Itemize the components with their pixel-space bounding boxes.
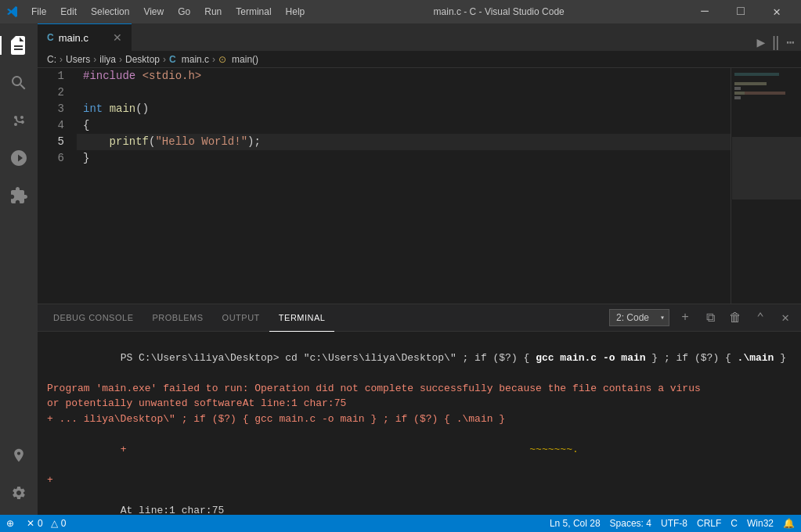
window-title: main.c - C - Visual Studio Code <box>434 6 565 17</box>
error-count: 0 <box>38 518 43 529</box>
minimap-slider[interactable] <box>732 137 801 200</box>
status-bar: ⊕ ✕ 0 △ 0 Ln 5, Col 28 Spaces: 4 UTF-8 C… <box>0 515 801 532</box>
breadcrumb-sep-1: › <box>60 54 63 65</box>
activity-bottom <box>0 437 38 512</box>
close-button[interactable]: ✕ <box>759 0 795 23</box>
warning-icon: △ <box>51 518 58 529</box>
vscode-logo-icon <box>6 5 19 18</box>
breadcrumb-sep-2: › <box>93 54 96 65</box>
terminal-output[interactable]: PS C:\Users\iliya\Desktop> cd "c:\Users\… <box>38 332 801 515</box>
encoding-label: UTF-8 <box>661 518 687 529</box>
maximize-panel-button[interactable]: ⌃ <box>751 308 770 327</box>
encoding-item[interactable]: UTF-8 <box>661 518 687 529</box>
breadcrumb-function[interactable]: main() <box>232 54 258 65</box>
minimap <box>731 68 801 304</box>
maximize-button[interactable]: □ <box>723 0 759 23</box>
activity-bar <box>0 23 38 515</box>
terminal-line-1: PS C:\Users\iliya\Desktop> cd "c:\Users\… <box>47 335 792 381</box>
title-bar: File Edit Selection View Go Run Terminal… <box>0 0 801 23</box>
close-panel-button[interactable]: ✕ <box>776 308 795 327</box>
os-item[interactable]: Win32 <box>747 518 774 529</box>
breadcrumb-filename[interactable]: main.c <box>182 54 209 65</box>
tab-problems[interactable]: PROBLEMS <box>143 304 212 332</box>
breadcrumb-desktop[interactable]: Desktop <box>125 54 160 65</box>
menu-bar: File Edit Selection View Go Run Terminal… <box>25 5 311 19</box>
terminal-line-4: + ... iliya\Desktop\" ; if ($?) { gcc ma… <box>47 412 792 427</box>
minimap-line <box>734 73 779 76</box>
settings-activity-icon[interactable] <box>0 474 38 512</box>
terminal-selector[interactable]: 1: bash 2: Code 3: zsh <box>609 309 669 326</box>
remote-status-item[interactable]: ⊕ <box>6 518 17 529</box>
notification-item[interactable]: 🔔 <box>783 518 795 529</box>
breadcrumb-sep-3: › <box>119 54 122 65</box>
menu-run[interactable]: Run <box>198 5 228 19</box>
menu-help[interactable]: Help <box>280 5 312 19</box>
minimap-line <box>734 92 785 95</box>
code-editor[interactable]: 1 2 3 4 5 6 #include <stdio.h> int main(… <box>38 68 801 304</box>
line-num-1: 1 <box>38 68 70 84</box>
more-actions-button[interactable]: ⋯ <box>786 34 795 51</box>
remote-icon: ⊕ <box>6 518 14 529</box>
tab-debug-console[interactable]: DEBUG CONSOLE <box>44 304 143 332</box>
code-line-5: printf("Hello World!"); <box>77 134 731 150</box>
editor-area: C main.c ✕ ▶ ‖ ⋯ C: › Users › iliya › De… <box>38 23 801 515</box>
status-bar-right: Ln 5, Col 28 Spaces: 4 UTF-8 CRLF C Win3… <box>550 518 795 529</box>
minimap-empty <box>734 77 798 81</box>
run-code-button[interactable]: ▶ <box>756 34 765 51</box>
os-label: Win32 <box>747 518 774 529</box>
explorer-activity-icon[interactable] <box>0 27 38 64</box>
minimap-line <box>734 82 767 85</box>
line-num-5: 5 <box>38 134 70 150</box>
tab-file-icon: C <box>47 32 54 43</box>
tab-bar: C main.c ✕ ▶ ‖ ⋯ <box>38 23 801 51</box>
line-num-4: 4 <box>38 117 70 134</box>
main-layout: C main.c ✕ ▶ ‖ ⋯ C: › Users › iliya › De… <box>0 23 801 515</box>
code-line-3: int main() <box>77 101 731 117</box>
remote-activity-icon[interactable] <box>0 437 38 474</box>
kill-terminal-button[interactable]: 🗑 <box>726 308 745 327</box>
code-line-4: { <box>77 117 731 134</box>
panel-tab-bar: DEBUG CONSOLE PROBLEMS OUTPUT TERMINAL 1… <box>38 304 801 332</box>
extensions-activity-icon[interactable] <box>0 177 38 214</box>
line-numbers: 1 2 3 4 5 6 <box>38 68 77 304</box>
split-terminal-button[interactable]: ⧉ <box>701 308 720 327</box>
panel-controls: 1: bash 2: Code 3: zsh ▾ + ⧉ 🗑 ⌃ ✕ <box>609 308 795 327</box>
terminal-dropdown-wrapper: 1: bash 2: Code 3: zsh ▾ <box>609 309 669 326</box>
cursor-position-item[interactable]: Ln 5, Col 28 <box>550 518 601 529</box>
tab-output[interactable]: OUTPUT <box>213 304 269 332</box>
warning-count: 0 <box>61 518 67 529</box>
line-ending-item[interactable]: CRLF <box>697 518 721 529</box>
code-content[interactable]: #include <stdio.h> int main() { printf("… <box>77 68 731 304</box>
code-line-6: } <box>77 150 731 167</box>
language-item[interactable]: C <box>731 518 738 529</box>
title-bar-left: File Edit Selection View Go Run Terminal… <box>6 5 311 19</box>
search-activity-icon[interactable] <box>0 64 38 102</box>
menu-terminal[interactable]: Terminal <box>229 5 277 19</box>
line-num-2: 2 <box>38 84 70 101</box>
add-terminal-button[interactable]: + <box>676 308 695 327</box>
notification-bell-icon: 🔔 <box>783 518 795 529</box>
error-status-item[interactable]: ✕ 0 △ 0 <box>27 518 66 529</box>
code-line-1: #include <stdio.h> <box>77 68 731 84</box>
menu-go[interactable]: Go <box>171 5 197 19</box>
menu-edit[interactable]: Edit <box>54 5 83 19</box>
run-debug-activity-icon[interactable] <box>0 139 38 177</box>
line-ending-label: CRLF <box>697 518 721 529</box>
breadcrumb-drive[interactable]: C: <box>47 54 56 65</box>
window-controls: ─ □ ✕ <box>687 0 795 23</box>
tab-close-button[interactable]: ✕ <box>113 31 122 44</box>
spaces-item[interactable]: Spaces: 4 <box>610 518 651 529</box>
editor-toolbar: ▶ ‖ ⋯ <box>750 34 801 51</box>
menu-selection[interactable]: Selection <box>85 5 135 19</box>
source-control-activity-icon[interactable] <box>0 102 38 139</box>
breadcrumb-users[interactable]: Users <box>66 54 90 65</box>
menu-view[interactable]: View <box>137 5 170 19</box>
minimize-button[interactable]: ─ <box>687 0 723 23</box>
breadcrumb-iliya[interactable]: iliya <box>99 54 116 65</box>
editor-tab-main-c[interactable]: C main.c ✕ <box>38 23 132 51</box>
breadcrumb-c-icon: C <box>169 54 176 65</box>
tab-terminal[interactable]: TERMINAL <box>269 304 335 332</box>
terminal-line-3: or potentially unwanted softwareAt line:… <box>47 396 792 412</box>
menu-file[interactable]: File <box>25 5 52 19</box>
split-editor-button[interactable]: ‖ <box>771 34 780 51</box>
